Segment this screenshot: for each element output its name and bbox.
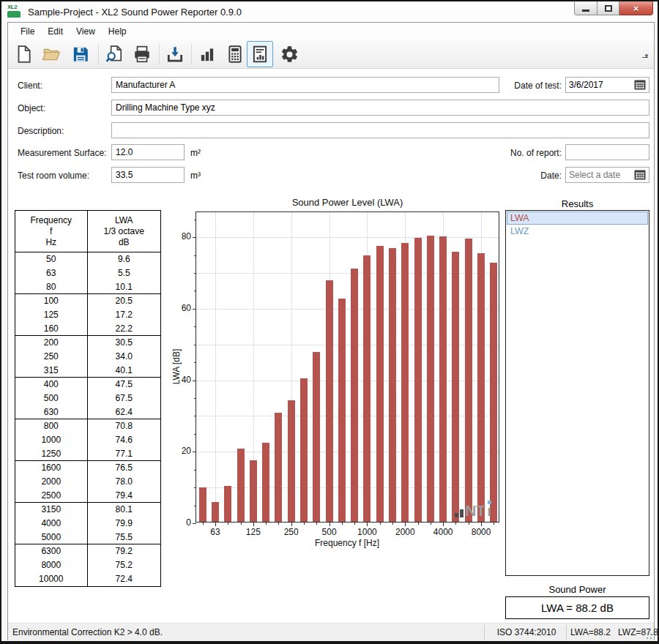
import-measurement-button[interactable] [162, 41, 188, 67]
lwa-cell: 72.4 [88, 572, 161, 586]
lwa-cell: 22.2 [88, 322, 161, 335]
table-row: 20030.5 [15, 336, 160, 350]
save-icon [71, 45, 90, 64]
date-field [565, 167, 649, 183]
table-row: 10020.5 [15, 294, 160, 308]
open-folder-icon [42, 45, 61, 64]
status-bar: Environmental Correction K2 > 4.0 dB. IS… [8, 623, 654, 641]
result-item-lwz[interactable]: LWZ [507, 225, 648, 238]
close-icon: × [633, 4, 639, 13]
calendar-icon [634, 170, 646, 180]
date-of-test-input[interactable] [566, 78, 631, 92]
sound-power-title: Sound Power [505, 584, 649, 595]
date-calendar-button[interactable] [631, 168, 649, 182]
header-line: LWA [88, 215, 161, 226]
frequency-cell: 1250 [15, 447, 88, 460]
description-input[interactable] [111, 122, 649, 138]
open-project-button[interactable] [38, 41, 64, 67]
x-tick [354, 522, 355, 525]
x-tick [380, 522, 381, 525]
x-tick [392, 522, 393, 525]
frequency-table: Frequency f Hz LWA 1/3 octave dB 509.663… [15, 210, 161, 587]
calculator-view-button[interactable] [222, 41, 248, 67]
frequency-cell: 2000 [15, 475, 88, 489]
printer-icon [133, 45, 152, 64]
no-of-report-input[interactable] [565, 144, 649, 160]
x-tick [241, 522, 242, 525]
chart-bar [427, 236, 434, 522]
frequency-cell: 400 [15, 378, 88, 392]
y-tick [194, 273, 196, 274]
chart-bar [477, 253, 485, 522]
x-tick-label: 125 [239, 527, 268, 537]
measurement-surface-input[interactable] [111, 144, 185, 160]
object-input[interactable] [111, 100, 649, 116]
table-row: 500075.5 [15, 531, 160, 544]
chart-bar [376, 246, 384, 522]
header-line: dB [88, 237, 161, 248]
close-button[interactable]: × [619, 1, 653, 15]
date-of-test-calendar-button[interactable] [631, 78, 649, 92]
chart-bar [452, 252, 459, 522]
y-tick [193, 309, 196, 310]
y-tick-label: 60 [172, 303, 191, 313]
description-label: Description: [18, 126, 64, 136]
x-tick [469, 522, 469, 525]
chart-bar [414, 238, 422, 522]
lwa-cell: 80.1 [88, 503, 161, 517]
menu-help[interactable]: Help [102, 24, 133, 39]
date-input[interactable] [566, 168, 631, 182]
lwa-cell: 75.5 [88, 531, 161, 544]
chart-bar [275, 413, 282, 522]
test-room-volume-input[interactable] [111, 167, 185, 183]
date-of-test-field [565, 77, 649, 93]
lwa-column-header: LWA 1/3 octave dB [88, 211, 161, 252]
table-row: 315080.1 [15, 503, 160, 517]
chart-bar [288, 400, 295, 522]
title-bar[interactable]: XL2 Sample-Project - XL2 Sound Power Rep… [1, 1, 658, 22]
menu-view[interactable]: View [70, 24, 102, 39]
table-row: 80070.8 [15, 419, 160, 433]
y-tick-label: 40 [172, 375, 191, 385]
frequency-cell: 500 [15, 392, 88, 405]
y-tick [194, 487, 196, 488]
frequency-cell: 80 [15, 280, 88, 293]
result-item-lwa[interactable]: LWA [507, 211, 648, 225]
report-view-button[interactable] [247, 41, 273, 67]
sound-power-chart: Sound Power Level (LWA) LWA [dB] 6312525… [171, 196, 504, 555]
y-tick-label: 0 [172, 517, 191, 528]
save-project-button[interactable] [67, 41, 94, 67]
x-tick-label: 1000 [352, 527, 381, 537]
x-tick [455, 522, 456, 525]
maximize-button[interactable] [597, 1, 619, 15]
lwa-cell: 5.5 [88, 266, 161, 280]
gear-icon [280, 45, 299, 64]
print-preview-button[interactable] [101, 41, 127, 67]
lwa-cell: 77.1 [88, 447, 161, 460]
client-input[interactable] [111, 77, 499, 93]
menu-edit[interactable]: Edit [41, 24, 70, 39]
lwa-cell: 34.0 [88, 350, 161, 364]
new-document-button[interactable] [10, 41, 37, 67]
results-list: LWALWZ [505, 210, 649, 576]
frequency-cell: 160 [15, 322, 88, 335]
chart-view-button[interactable] [194, 41, 220, 67]
frequency-cell: 630 [15, 405, 88, 419]
print-button[interactable] [129, 41, 155, 67]
gridline [215, 212, 216, 522]
x-tick-label: 2000 [390, 527, 420, 537]
y-tick [193, 381, 196, 381]
x-tick-label: 250 [277, 527, 306, 537]
table-row: 800075.2 [15, 558, 160, 572]
menu-file[interactable]: File [14, 24, 41, 39]
nti-logo-dot [488, 501, 491, 504]
x-tick [494, 522, 494, 525]
frequency-table-body: 509.6635.58010.110020.512517.216022.2200… [15, 252, 160, 586]
minimize-button[interactable] [574, 1, 597, 15]
resize-grip[interactable] [644, 631, 652, 640]
lwa-cell: 79.4 [88, 489, 161, 502]
table-row: 40047.5 [15, 378, 160, 392]
toolbar-overflow-button[interactable]: ▼ [642, 54, 651, 59]
y-tick [194, 434, 196, 435]
settings-button[interactable] [276, 41, 302, 67]
